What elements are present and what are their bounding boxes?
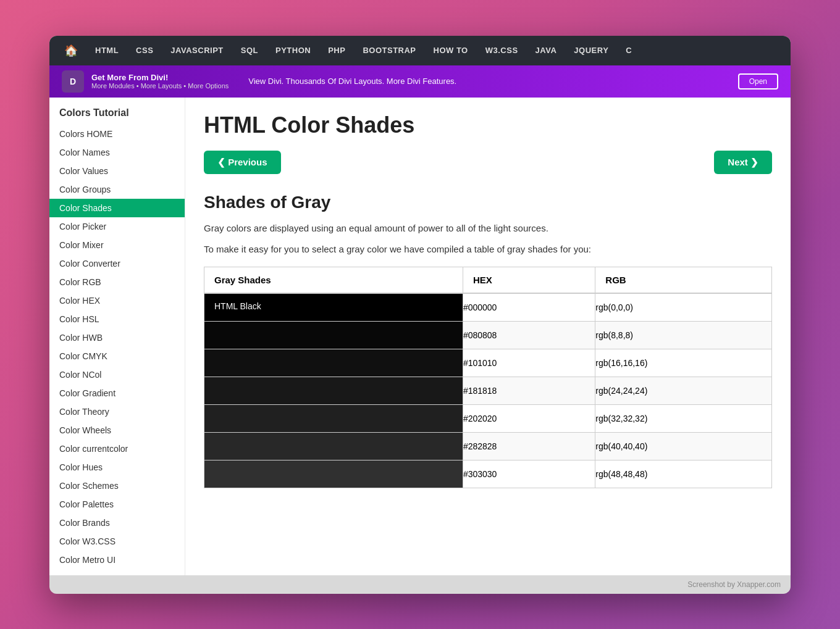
sidebar-item-color-picker[interactable]: Color Picker [49,217,185,236]
section-desc-2: To make it easy for you to select a gray… [204,242,772,257]
nav-css[interactable]: CSS [127,36,162,65]
table-row: #181818rgb(24,24,24) [204,377,772,404]
ad-text: Get More From Divi! More Modules • More … [91,73,229,90]
hex-value: #202020 [463,404,595,432]
color-swatch [204,322,463,349]
sidebar-item-color-wheels[interactable]: Color Wheels [49,421,185,439]
sidebar-item-color-currentcolor[interactable]: Color currentcolor [49,439,185,458]
hex-value: #080808 [463,321,595,349]
sidebar-item-color-names[interactable]: Color Names [49,143,185,162]
nav-html[interactable]: HTML [86,36,127,65]
table-row: HTML Black#000000rgb(0,0,0) [204,293,772,322]
sidebar-item-color-palettes[interactable]: Color Palettes [49,495,185,514]
sidebar: Colors Tutorial Colors HOME Color Names … [49,98,185,575]
sidebar-item-color-metro-ui[interactable]: Color Metro UI [49,551,185,569]
sidebar-item-color-hsl[interactable]: Color HSL [49,310,185,328]
nav-java[interactable]: JAVA [527,36,566,65]
nav-bootstrap[interactable]: BOOTSTRAP [354,36,424,65]
section-title: Shades of Gray [204,193,772,212]
sidebar-title: Colors Tutorial [49,107,185,125]
sidebar-item-color-theory[interactable]: Color Theory [49,402,185,421]
page-title: HTML Color Shades [204,112,772,138]
nav-python[interactable]: PYTHON [267,36,319,65]
hex-value: #303030 [463,460,595,488]
sidebar-item-color-schemes[interactable]: Color Schemes [49,477,185,495]
table-row: #101010rgb(16,16,16) [204,349,772,377]
rgb-value: rgb(24,24,24) [595,377,772,404]
prev-button[interactable]: ❮ Previous [204,151,281,174]
nav-jquery[interactable]: JQUERY [565,36,617,65]
color-swatch [204,433,463,460]
ad-subline: More Modules • More Layouts • More Optio… [91,82,229,90]
nav-buttons: ❮ Previous Next ❯ [204,151,772,174]
hex-value: #000000 [463,293,595,322]
ad-banner: D Get More From Divi! More Modules • Mor… [49,65,791,98]
table-header-rgb: RGB [595,267,772,293]
rgb-value: rgb(8,8,8) [595,321,772,349]
ad-tagline: View Divi. Thousands Of Divi Layouts. Mo… [248,77,730,86]
ad-logo: D [62,70,84,93]
sidebar-item-color-cmyk[interactable]: Color CMYK [49,347,185,365]
hex-value: #181818 [463,377,595,404]
table-row: #303030rgb(48,48,48) [204,460,772,488]
color-swatch [204,460,463,488]
color-swatch [204,349,463,377]
home-icon[interactable]: 🏠 [56,44,86,57]
sidebar-item-color-mixer[interactable]: Color Mixer [49,236,185,254]
ad-open-button[interactable]: Open [738,73,778,90]
nav-c[interactable]: C [617,36,640,65]
sidebar-item-color-converter[interactable]: Color Converter [49,254,185,273]
sidebar-item-color-shades[interactable]: Color Shades [49,199,185,217]
rgb-value: rgb(40,40,40) [595,432,772,460]
rgb-value: rgb(16,16,16) [595,349,772,377]
footer-note: Screenshot by Xnapper.com [49,575,791,594]
table-row: #080808rgb(8,8,8) [204,321,772,349]
main-layout: Colors Tutorial Colors HOME Color Names … [49,98,791,575]
nav-sql[interactable]: SQL [232,36,267,65]
table-row: #282828rgb(40,40,40) [204,432,772,460]
hex-value: #101010 [463,349,595,377]
sidebar-item-color-hex[interactable]: Color HEX [49,291,185,310]
sidebar-item-color-brands[interactable]: Color Brands [49,514,185,532]
color-swatch [204,377,463,404]
next-button[interactable]: Next ❯ [714,151,772,174]
nav-javascript[interactable]: JAVASCRIPT [162,36,232,65]
sidebar-item-colors-home[interactable]: Colors HOME [49,125,185,143]
top-navigation: 🏠 HTML CSS JAVASCRIPT SQL PYTHON PHP BOO… [49,36,791,65]
color-swatch: HTML Black [204,294,463,321]
color-table: Gray Shades HEX RGB HTML Black#000000rgb… [204,267,772,488]
sidebar-item-color-hwb[interactable]: Color HWB [49,328,185,347]
table-row: #202020rgb(32,32,32) [204,404,772,432]
main-content: HTML Color Shades ❮ Previous Next ❯ Shad… [185,98,791,575]
sidebar-item-color-gradient[interactable]: Color Gradient [49,384,185,402]
nav-w3css[interactable]: W3.CSS [477,36,527,65]
table-header-hex: HEX [463,267,595,293]
rgb-value: rgb(48,48,48) [595,460,772,488]
section-desc-1: Gray colors are displayed using an equal… [204,221,772,236]
ad-headline: Get More From Divi! [91,73,229,82]
color-swatch [204,405,463,432]
nav-howto[interactable]: HOW TO [425,36,477,65]
sidebar-item-color-rgb[interactable]: Color RGB [49,273,185,291]
sidebar-item-color-groups[interactable]: Color Groups [49,180,185,199]
sidebar-item-color-ncol[interactable]: Color NCol [49,365,185,384]
hex-value: #282828 [463,432,595,460]
rgb-value: rgb(32,32,32) [595,404,772,432]
sidebar-item-color-hues[interactable]: Color Hues [49,458,185,477]
sidebar-item-color-w3css[interactable]: Color W3.CSS [49,532,185,551]
nav-php[interactable]: PHP [319,36,354,65]
table-header-shades: Gray Shades [204,267,463,293]
browser-window: 🏠 HTML CSS JAVASCRIPT SQL PYTHON PHP BOO… [49,36,791,594]
sidebar-item-color-values[interactable]: Color Values [49,162,185,180]
rgb-value: rgb(0,0,0) [595,293,772,322]
